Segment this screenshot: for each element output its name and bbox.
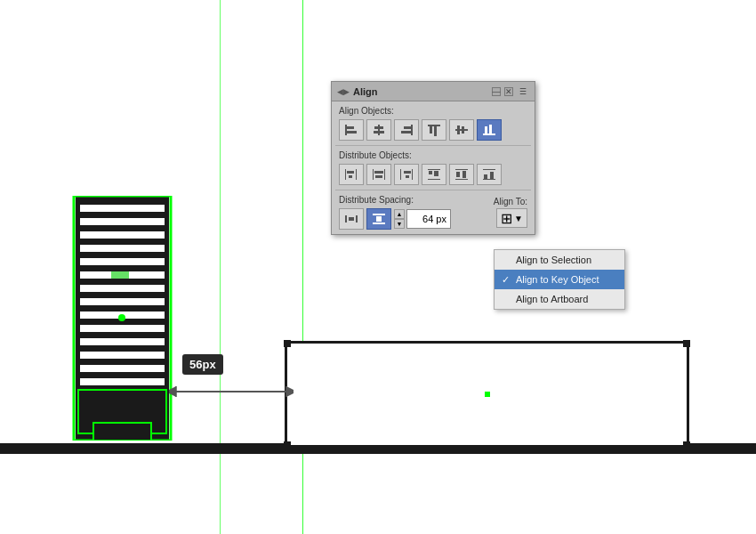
corner-handle-tr[interactable] xyxy=(683,340,690,347)
svg-rect-62 xyxy=(455,179,468,180)
spacing-input[interactable] xyxy=(406,209,451,229)
distance-arrow xyxy=(169,383,294,400)
svg-rect-73 xyxy=(373,222,385,224)
dropdown-item-key-object[interactable]: ✓ Align to Key Object xyxy=(495,270,624,289)
svg-rect-3 xyxy=(80,218,165,225)
align-to-dropdown[interactable]: ⊞ ▼ xyxy=(496,208,527,228)
svg-rect-67 xyxy=(484,174,487,179)
panel-menu-button[interactable]: ☰ xyxy=(517,85,529,98)
dist-center-h-button[interactable] xyxy=(366,164,391,185)
svg-rect-60 xyxy=(434,171,438,176)
svg-rect-72 xyxy=(373,214,385,215)
distribute-objects-buttons xyxy=(339,164,527,185)
align-right-edges-button[interactable] xyxy=(394,119,419,141)
svg-rect-29 xyxy=(347,131,357,134)
svg-rect-48 xyxy=(349,175,352,178)
align-to-label: Align To: xyxy=(494,197,527,206)
rectangle-object[interactable] xyxy=(285,341,689,448)
dropdown-arrow-icon: ▼ xyxy=(514,214,523,223)
svg-point-22 xyxy=(118,314,125,321)
svg-rect-18 xyxy=(93,423,151,441)
dist-bottom-button[interactable] xyxy=(477,164,502,185)
spacing-input-group: ▲ ▼ xyxy=(394,208,451,230)
svg-rect-56 xyxy=(406,175,409,178)
align-top-edges-button[interactable] xyxy=(422,119,446,141)
dist-left-button[interactable] xyxy=(339,164,364,185)
dist-spacing-v-button[interactable] xyxy=(366,208,391,230)
align-left-edges-button[interactable] xyxy=(339,119,364,141)
svg-rect-32 xyxy=(374,131,384,134)
panel-title: Align xyxy=(353,86,378,97)
dist-spacing-h-button[interactable] xyxy=(339,208,364,230)
dist-top-button[interactable] xyxy=(422,164,446,185)
panel-controls: — ✕ ☰ xyxy=(492,85,529,98)
svg-rect-53 xyxy=(400,169,401,180)
svg-rect-13 xyxy=(80,352,165,359)
svg-rect-9 xyxy=(80,298,165,305)
dropdown-item-label-key-object: Align to Key Object xyxy=(516,274,599,285)
svg-rect-45 xyxy=(345,169,346,180)
dropdown-item-artboard[interactable]: Align to Artboard xyxy=(495,289,624,309)
distribute-spacing-label: Distribute Spacing: xyxy=(339,195,451,205)
svg-rect-69 xyxy=(345,215,347,222)
dist-center-v-button[interactable] xyxy=(449,164,474,185)
svg-rect-47 xyxy=(347,171,354,174)
svg-rect-52 xyxy=(375,175,382,178)
panel-titlebar: ◀▶ Align — ✕ ☰ xyxy=(332,82,535,101)
svg-rect-37 xyxy=(430,126,432,134)
svg-rect-2 xyxy=(80,205,165,212)
building-object[interactable] xyxy=(71,196,173,441)
dropdown-item-label-selection: Align to Selection xyxy=(516,255,591,265)
svg-rect-61 xyxy=(455,169,468,170)
svg-rect-41 xyxy=(462,126,464,134)
svg-rect-11 xyxy=(80,325,165,332)
svg-rect-57 xyxy=(428,169,440,170)
dropdown-item-label-artboard: Align to Artboard xyxy=(516,294,588,304)
svg-rect-49 xyxy=(373,169,374,180)
svg-rect-46 xyxy=(356,169,357,180)
svg-rect-63 xyxy=(456,172,460,177)
canvas: 56px ◀▶ Align — ✕ ☰ xyxy=(0,0,756,534)
guide-line-vertical-1 xyxy=(302,0,303,534)
dropdown-item-selection[interactable]: Align to Selection xyxy=(495,250,624,270)
panel-collapse-button[interactable]: — xyxy=(492,87,501,96)
svg-rect-43 xyxy=(485,126,487,134)
align-to-icon: ⊞ xyxy=(501,210,512,227)
align-center-vertical-button[interactable] xyxy=(449,119,474,141)
svg-rect-55 xyxy=(404,171,411,174)
distribute-objects-section: Distribute Objects: xyxy=(332,146,535,190)
spinner-down-button[interactable]: ▼ xyxy=(394,219,405,229)
align-to-section: Align To: ⊞ ▼ xyxy=(494,197,527,228)
panel-close-button[interactable]: ✕ xyxy=(504,87,513,96)
spinner-up-button[interactable]: ▲ xyxy=(394,209,405,219)
svg-rect-42 xyxy=(483,134,495,135)
svg-rect-44 xyxy=(489,125,492,134)
svg-rect-54 xyxy=(412,169,413,180)
dist-right-button[interactable] xyxy=(394,164,419,185)
svg-rect-59 xyxy=(429,171,432,174)
align-panel: ◀▶ Align — ✕ ☰ Align Objects: xyxy=(331,81,535,235)
svg-rect-8 xyxy=(80,285,165,292)
distance-label: 56px xyxy=(182,354,223,375)
corner-handle-br[interactable] xyxy=(683,441,690,449)
align-objects-buttons xyxy=(339,119,527,141)
svg-rect-65 xyxy=(483,169,495,170)
distribute-objects-label: Distribute Objects: xyxy=(339,150,527,160)
svg-rect-4 xyxy=(80,231,165,239)
svg-rect-71 xyxy=(349,217,354,221)
svg-rect-33 xyxy=(411,125,413,135)
align-center-horizontal-button[interactable] xyxy=(366,119,391,141)
svg-rect-15 xyxy=(80,378,165,385)
align-to-dropdown-menu: Align to Selection ✓ Align to Key Object… xyxy=(494,249,625,310)
corner-handle-bl[interactable] xyxy=(284,441,291,449)
svg-rect-66 xyxy=(483,179,495,180)
svg-rect-74 xyxy=(376,216,382,222)
check-mark-key-object: ✓ xyxy=(502,274,510,286)
svg-rect-27 xyxy=(345,125,347,135)
svg-rect-68 xyxy=(490,172,494,179)
corner-handle-tl[interactable] xyxy=(284,340,291,347)
svg-rect-40 xyxy=(457,125,460,134)
svg-rect-14 xyxy=(80,365,165,372)
svg-rect-30 xyxy=(378,125,380,135)
align-bottom-edges-button[interactable] xyxy=(477,119,502,141)
